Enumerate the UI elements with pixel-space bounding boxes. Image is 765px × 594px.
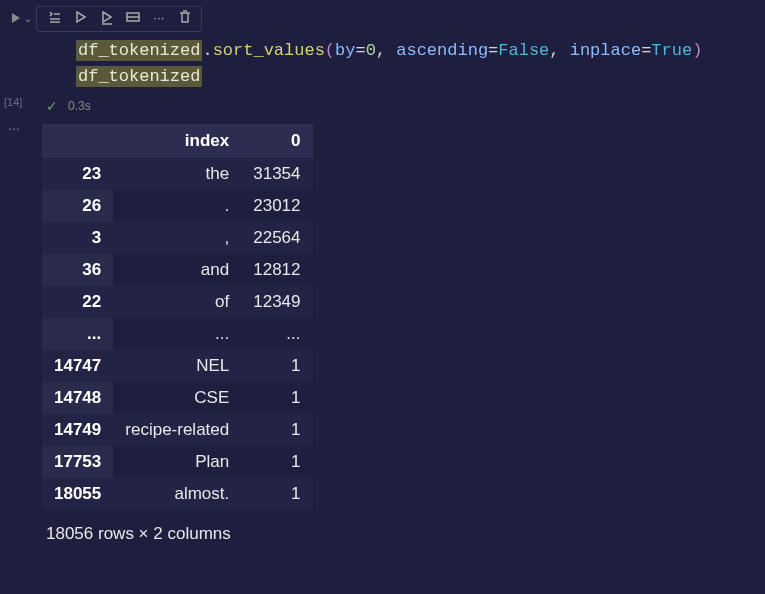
row-index-cell: 18055 <box>42 478 113 510</box>
code-line-1: df_tokenized.sort_values(by=0, ascending… <box>76 38 765 64</box>
index-cell: and <box>113 254 241 286</box>
variable-token: df_tokenized <box>76 40 202 61</box>
table-row: 23the31354 <box>42 158 313 190</box>
table-row: 26.23012 <box>42 190 313 222</box>
row-index-cell: 14748 <box>42 382 113 414</box>
dataframe-output: index 0 23the3135426.230123,2256436and12… <box>42 124 313 510</box>
table-row: 36and12812 <box>42 254 313 286</box>
index-cell: , <box>113 222 241 254</box>
output-menu-icon[interactable]: ··· <box>0 120 36 136</box>
value-cell: 1 <box>241 382 312 414</box>
table-row: ......... <box>42 318 313 350</box>
chevron-down-icon: ⌄ <box>24 13 32 24</box>
execution-status: ✓ 0.3s <box>36 90 765 124</box>
index-cell: Plan <box>113 446 241 478</box>
success-check-icon: ✓ <box>46 98 58 114</box>
row-index-cell: 22 <box>42 286 113 318</box>
svg-marker-3 <box>77 12 85 22</box>
run-cell-control[interactable]: ⌄ <box>0 8 36 28</box>
index-cell: the <box>113 158 241 190</box>
row-index-cell: 14747 <box>42 350 113 382</box>
method-token: sort_values <box>213 41 325 60</box>
table-row: 14747NEL1 <box>42 350 313 382</box>
execution-timing: 0.3s <box>68 99 91 113</box>
table-row: 17753Plan1 <box>42 446 313 478</box>
row-index-cell: 36 <box>42 254 113 286</box>
row-index-cell: 14749 <box>42 414 113 446</box>
value-cell: 22564 <box>241 222 312 254</box>
row-index-cell: 3 <box>42 222 113 254</box>
code-editor[interactable]: df_tokenized.sort_values(by=0, ascending… <box>36 38 765 90</box>
table-row: 18055almost.1 <box>42 478 313 510</box>
value-cell: 1 <box>241 414 312 446</box>
table-header-blank <box>42 124 113 158</box>
cell-toolbar: ··· <box>36 6 202 32</box>
value-cell: ... <box>241 318 312 350</box>
execute-above-icon[interactable] <box>99 9 115 25</box>
table-header-index: index <box>113 124 241 158</box>
cell-gutter: ⌄ [14] ··· <box>0 0 36 594</box>
index-cell: of <box>113 286 241 318</box>
table-row: 22of12349 <box>42 286 313 318</box>
index-cell: recipe-related <box>113 414 241 446</box>
value-cell: 1 <box>241 350 312 382</box>
index-cell: ... <box>113 318 241 350</box>
split-cell-icon[interactable] <box>125 9 141 25</box>
table-row: 14748CSE1 <box>42 382 313 414</box>
variable-token: df_tokenized <box>76 66 202 87</box>
table-header-row: index 0 <box>42 124 313 158</box>
row-index-cell: 17753 <box>42 446 113 478</box>
dataframe-shape: 18056 rows × 2 columns <box>36 510 765 544</box>
row-index-cell: 23 <box>42 158 113 190</box>
cell-main: ··· df_tokenized.sort_values(by=0, ascen… <box>36 0 765 594</box>
table-header-0: 0 <box>241 124 312 158</box>
value-cell: 1 <box>241 478 312 510</box>
index-cell: almost. <box>113 478 241 510</box>
index-cell: CSE <box>113 382 241 414</box>
play-icon <box>12 13 22 23</box>
value-cell: 31354 <box>241 158 312 190</box>
row-index-cell: ... <box>42 318 113 350</box>
value-cell: 12812 <box>241 254 312 286</box>
execute-cell-icon[interactable] <box>73 9 89 25</box>
code-line-2: df_tokenized <box>76 64 765 90</box>
value-cell: 23012 <box>241 190 312 222</box>
notebook-cell-container: ⌄ [14] ··· ··· df_tokenized. <box>0 0 765 594</box>
svg-marker-4 <box>103 12 111 22</box>
execution-count: [14] <box>0 96 36 108</box>
more-actions-icon[interactable]: ··· <box>151 9 167 25</box>
row-index-cell: 26 <box>42 190 113 222</box>
index-cell: . <box>113 190 241 222</box>
index-cell: NEL <box>113 350 241 382</box>
table-row: 14749recipe-related1 <box>42 414 313 446</box>
value-cell: 12349 <box>241 286 312 318</box>
delete-cell-icon[interactable] <box>177 9 193 25</box>
table-row: 3,22564 <box>42 222 313 254</box>
run-by-line-icon[interactable] <box>47 9 63 25</box>
value-cell: 1 <box>241 446 312 478</box>
